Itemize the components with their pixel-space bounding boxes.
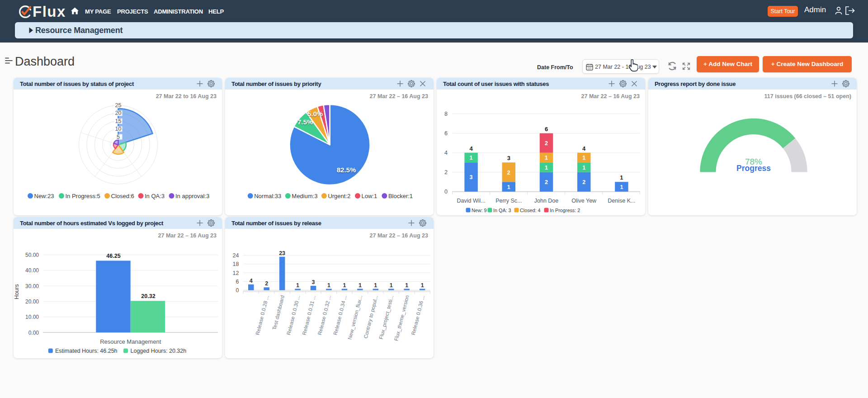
svg-text:6: 6	[444, 130, 448, 137]
svg-text:30.00: 30.00	[25, 283, 39, 289]
svg-text:1: 1	[470, 155, 473, 161]
svg-text:1: 1	[390, 282, 393, 289]
svg-text:Logged Hours: 20.32h: Logged Hours: 20.32h	[131, 348, 187, 354]
svg-text:6: 6	[236, 279, 239, 285]
svg-text:Estimated Hours: 46.25h: Estimated Hours: 46.25h	[55, 348, 118, 354]
svg-text:1: 1	[343, 282, 346, 289]
svg-text:8: 8	[444, 111, 448, 117]
svg-text:Blocker:1: Blocker:1	[388, 193, 413, 199]
svg-text:1: 1	[327, 282, 330, 289]
svg-text:Release 0.0.36 ...: Release 0.0.36 ...	[410, 295, 425, 336]
svg-text:0: 0	[444, 189, 448, 195]
svg-text:Test dashboard: Test dashboard	[271, 295, 285, 331]
svg-text:Olive Yew: Olive Yew	[571, 198, 597, 204]
svg-text:In Progress: 2: In Progress: 2	[550, 208, 580, 213]
svg-text:18: 18	[233, 261, 239, 267]
svg-text:Perry Sc...: Perry Sc...	[495, 198, 522, 204]
svg-text:3: 3	[312, 279, 315, 285]
svg-text:82.5%: 82.5%	[337, 166, 356, 174]
svg-text:Progress: Progress	[736, 164, 771, 173]
svg-text:3: 3	[470, 174, 473, 180]
svg-text:15: 15	[115, 118, 122, 124]
svg-text:23: 23	[279, 250, 285, 256]
svg-text:2: 2	[582, 179, 585, 185]
svg-text:David Wil...: David Wil...	[457, 198, 485, 204]
svg-text:Closed: 4: Closed: 4	[520, 208, 541, 213]
svg-text:New: 9: New: 9	[472, 208, 487, 213]
svg-text:4: 4	[444, 150, 448, 156]
svg-text:3: 3	[507, 155, 510, 161]
svg-text:46.25: 46.25	[106, 253, 120, 259]
svg-text:20: 20	[115, 110, 122, 116]
svg-text:1: 1	[620, 174, 623, 181]
svg-text:5.0%: 5.0%	[307, 110, 323, 118]
svg-text:In QA:3: In QA:3	[145, 193, 165, 199]
svg-text:1: 1	[620, 184, 623, 190]
svg-text:50.00: 50.00	[25, 252, 39, 258]
svg-text:Normal:33: Normal:33	[254, 193, 281, 199]
svg-text:In Progress:5: In Progress:5	[66, 193, 100, 199]
svg-text:4: 4	[582, 145, 586, 152]
svg-text:1: 1	[421, 282, 424, 289]
svg-text:12: 12	[233, 270, 239, 276]
svg-text:10.00: 10.00	[25, 314, 39, 320]
svg-text:Closed:6: Closed:6	[111, 193, 134, 199]
svg-text:24: 24	[233, 252, 239, 259]
svg-text:2: 2	[545, 179, 548, 185]
svg-text:1: 1	[359, 282, 362, 289]
svg-text:Release 0.0.28 ...: Release 0.0.28 ...	[255, 295, 269, 336]
svg-text:20.32: 20.32	[141, 293, 155, 299]
svg-text:New_version_flux...: New_version_flux...	[347, 295, 363, 340]
svg-text:1: 1	[296, 282, 299, 289]
svg-text:Flux_theme_version: Flux_theme_version	[393, 295, 410, 341]
svg-text:2: 2	[507, 170, 510, 176]
svg-text:1: 1	[582, 165, 585, 171]
svg-text:John Doe: John Doe	[534, 198, 559, 204]
svg-text:Release 0.0.34 ...: Release 0.0.34 ...	[332, 295, 347, 336]
svg-text:Release 0.0.31 ...: Release 0.0.31 ...	[301, 295, 316, 336]
svg-text:20.00: 20.00	[25, 298, 39, 305]
svg-text:Release 0.0.30 ...: Release 0.0.30 ...	[286, 295, 301, 336]
svg-text:Urgent:2: Urgent:2	[328, 193, 350, 199]
svg-text:In approval:3: In approval:3	[175, 193, 209, 199]
svg-text:1: 1	[374, 282, 377, 289]
svg-text:Resource Management: Resource Management	[100, 338, 161, 345]
svg-text:1: 1	[507, 184, 510, 190]
svg-text:New:23: New:23	[34, 193, 54, 199]
svg-text:Contrary to popul...: Contrary to popul...	[363, 295, 378, 339]
svg-text:7.5%: 7.5%	[297, 118, 313, 126]
svg-text:1: 1	[405, 282, 408, 289]
svg-text:Denise K...: Denise K...	[608, 198, 635, 204]
svg-text:0.00: 0.00	[28, 330, 39, 336]
svg-text:0: 0	[236, 287, 239, 294]
svg-text:6: 6	[545, 126, 548, 133]
svg-text:40.00: 40.00	[25, 267, 39, 274]
svg-text:Hours: Hours	[14, 284, 20, 299]
svg-text:Medium:3: Medium:3	[292, 193, 317, 199]
svg-text:2: 2	[265, 280, 268, 287]
svg-text:1: 1	[545, 165, 548, 171]
svg-text:1: 1	[545, 155, 548, 161]
svg-text:2: 2	[545, 140, 548, 147]
svg-text:Flux_project_testi...: Flux_project_testi...	[378, 295, 394, 340]
svg-text:4: 4	[250, 278, 253, 284]
svg-text:1: 1	[582, 155, 585, 161]
svg-text:Release 0.0.32 ...: Release 0.0.32 ...	[317, 295, 332, 336]
svg-text:2: 2	[444, 169, 448, 175]
svg-text:10: 10	[115, 126, 122, 132]
svg-text:5: 5	[117, 134, 120, 140]
svg-text:25: 25	[115, 102, 122, 109]
svg-text:In QA: 3: In QA: 3	[493, 208, 511, 213]
svg-text:4: 4	[469, 145, 473, 152]
svg-text:Low:1: Low:1	[362, 193, 377, 199]
